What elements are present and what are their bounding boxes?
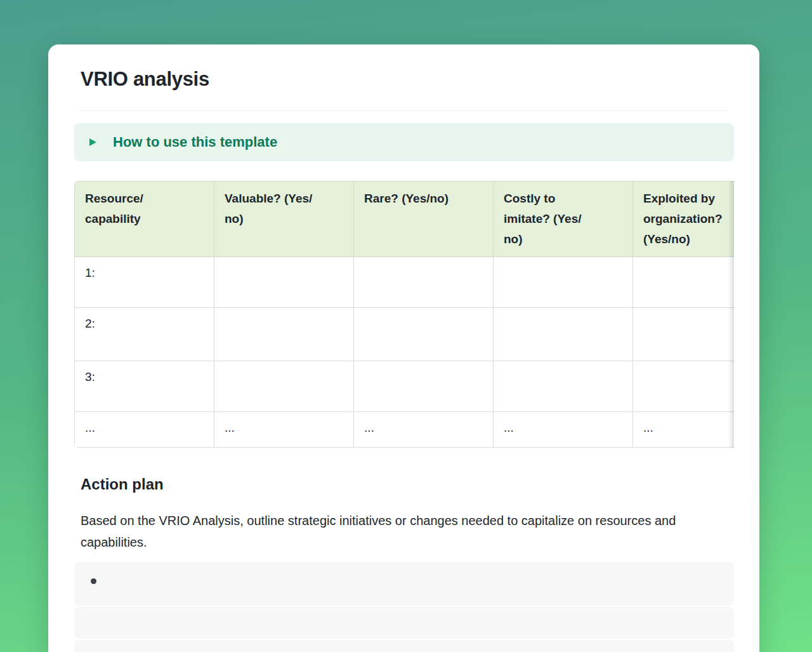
table-row-ellipsis: ... ... ... ... ... xyxy=(75,412,735,448)
table-cell[interactable]: ... xyxy=(214,412,354,448)
action-plan-heading: Action plan xyxy=(81,475,728,493)
header-resource-capability[interactable]: Resource/ capability xyxy=(75,182,214,257)
how-to-use-toggle[interactable]: How to use this template xyxy=(74,123,734,161)
table-cell[interactable] xyxy=(633,257,735,308)
table-header-row: Resource/ capability Valuable? (Yes/ no)… xyxy=(75,182,735,257)
bullet-icon xyxy=(91,578,96,584)
row-label-cell[interactable]: 2: xyxy=(75,308,214,361)
table-cell[interactable]: ... xyxy=(494,412,633,448)
header-exploited-by-organization[interactable]: Exploited by organization? (Yes/no) xyxy=(633,182,735,257)
action-list-item[interactable] xyxy=(74,562,734,606)
table-cell[interactable] xyxy=(494,308,633,361)
header-valuable[interactable]: Valuable? (Yes/ no) xyxy=(214,182,354,257)
row-label-cell[interactable]: 1: xyxy=(75,257,214,308)
table-row: 2: xyxy=(75,308,735,361)
table-cell[interactable] xyxy=(633,361,735,412)
table-cell[interactable] xyxy=(354,257,494,308)
table-cell[interactable] xyxy=(494,257,633,308)
page-title: VRIO analysis xyxy=(81,68,728,91)
placeholder-block[interactable] xyxy=(74,640,734,652)
app-background: { "page": { "title": "VRIO analysis" }, … xyxy=(0,0,812,652)
header-costly-to-imitate[interactable]: Costly to imitate? (Yes/ no) xyxy=(494,182,633,257)
document-card: VRIO analysis How to use this template R… xyxy=(48,44,759,652)
table-cell[interactable] xyxy=(354,361,494,412)
vrio-table: Resource/ capability Valuable? (Yes/ no)… xyxy=(74,181,734,448)
row-label-cell[interactable]: ... xyxy=(75,412,214,448)
table-cell[interactable] xyxy=(214,257,354,308)
table-cell[interactable]: ... xyxy=(633,412,735,448)
document-content: VRIO analysis How to use this template R… xyxy=(48,44,759,652)
title-divider xyxy=(81,110,728,111)
table-cell[interactable]: ... xyxy=(354,412,494,448)
table-cell[interactable] xyxy=(214,308,354,361)
table-cell[interactable] xyxy=(354,308,494,361)
table-cell[interactable] xyxy=(633,308,735,361)
triangle-right-icon xyxy=(89,138,96,146)
table-cell[interactable] xyxy=(494,361,633,412)
how-to-use-label: How to use this template xyxy=(113,134,277,150)
table-cell[interactable] xyxy=(214,361,354,412)
table-row: 1: xyxy=(75,257,735,308)
table-row: 3: xyxy=(75,361,735,412)
action-plan-description: Based on the VRIO Analysis, outline stra… xyxy=(81,510,683,553)
placeholder-block[interactable] xyxy=(74,607,734,639)
row-label-cell[interactable]: 3: xyxy=(75,361,214,412)
header-rare[interactable]: Rare? (Yes/no) xyxy=(354,182,494,257)
